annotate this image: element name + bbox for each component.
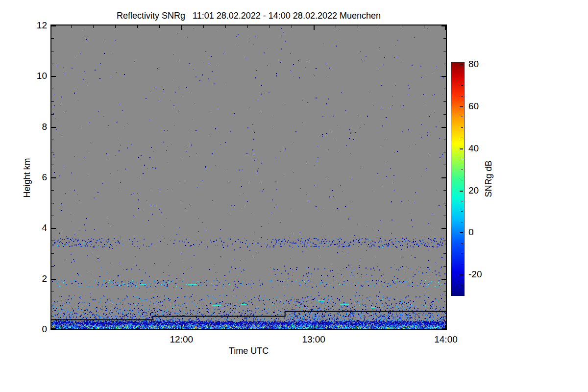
axis-tick xyxy=(358,25,358,28)
axis-tick xyxy=(443,140,446,140)
axis-tick xyxy=(71,25,72,28)
axis-tick xyxy=(336,327,336,329)
y-tick-label: 4 xyxy=(13,222,47,234)
axis-tick xyxy=(443,266,446,267)
axis-tick xyxy=(314,25,315,30)
colorbar-tick-label: 60 xyxy=(468,100,498,112)
axis-tick xyxy=(51,140,54,140)
x-tick-label: 12:00 xyxy=(159,334,203,345)
colorbar-tick xyxy=(461,170,463,170)
colorbar-tick xyxy=(460,232,463,233)
axis-tick xyxy=(51,328,56,329)
axis-tick xyxy=(424,327,424,329)
y-axis-label: Height km xyxy=(22,158,32,197)
axis-tick xyxy=(441,279,446,280)
axis-tick xyxy=(203,327,204,329)
colorbar-tick-label: 80 xyxy=(468,58,498,70)
x-tick-label: 13:00 xyxy=(292,334,336,345)
axis-tick xyxy=(443,114,446,115)
axis-tick xyxy=(93,25,94,28)
colorbar-tick-label: -20 xyxy=(468,269,498,280)
axis-tick xyxy=(247,25,248,28)
axis-tick xyxy=(247,327,248,329)
y-tick-label: 10 xyxy=(13,70,47,82)
axis-tick xyxy=(203,25,204,28)
x-tick-label: 14:00 xyxy=(424,334,468,345)
axis-tick xyxy=(443,152,446,152)
y-tick-label: 8 xyxy=(13,121,47,133)
axis-tick xyxy=(181,325,182,329)
axis-tick xyxy=(402,25,402,28)
chart-title: Reflectivity SNRg 11:01 28.02.2022 - 14:… xyxy=(51,11,446,21)
axis-tick xyxy=(336,25,336,28)
axis-tick xyxy=(51,228,56,229)
axis-tick xyxy=(358,327,358,329)
plot-canvas xyxy=(51,25,446,329)
axis-tick xyxy=(380,327,380,329)
axis-tick xyxy=(443,292,446,292)
colorbar-tick xyxy=(461,264,463,265)
axis-tick xyxy=(424,25,424,28)
axis-tick xyxy=(380,25,380,28)
axis-tick xyxy=(51,76,56,77)
axis-tick xyxy=(443,89,446,89)
axis-tick xyxy=(270,25,270,28)
colorbar-tick xyxy=(461,180,463,180)
axis-tick xyxy=(51,266,54,267)
axis-tick xyxy=(51,304,54,304)
axis-tick xyxy=(71,327,72,329)
axis-tick xyxy=(51,64,54,64)
axis-tick xyxy=(51,101,54,102)
colorbar-tick xyxy=(461,253,463,254)
x-axis-label: Time UTC xyxy=(51,346,446,356)
axis-tick xyxy=(443,64,446,64)
axis-tick xyxy=(51,127,56,128)
axis-tick xyxy=(314,325,315,329)
colorbar-tick xyxy=(461,201,463,201)
axis-tick xyxy=(441,127,446,128)
axis-tick xyxy=(51,190,54,191)
axis-tick xyxy=(443,51,446,51)
axis-tick xyxy=(225,327,226,329)
colorbar-tick xyxy=(461,211,463,212)
axis-tick xyxy=(51,241,54,241)
axis-tick xyxy=(51,38,54,39)
colorbar-tick xyxy=(461,75,463,75)
colorbar-tick xyxy=(460,64,463,65)
axis-tick xyxy=(181,25,182,30)
colorbar-label: SNRg dB xyxy=(484,160,494,197)
colorbar-tick xyxy=(460,106,463,107)
axis-tick xyxy=(51,279,56,280)
axis-tick xyxy=(443,241,446,241)
axis-tick xyxy=(443,317,446,317)
colorbar-tick xyxy=(461,85,463,86)
axis-tick xyxy=(441,177,446,178)
axis-tick xyxy=(93,327,94,329)
axis-tick xyxy=(159,327,160,329)
colorbar-tick-label: 40 xyxy=(468,143,498,154)
plot-frame xyxy=(50,24,447,330)
axis-tick xyxy=(159,25,160,28)
axis-tick xyxy=(51,317,54,317)
y-tick-label: 0 xyxy=(13,323,47,335)
axis-tick xyxy=(137,327,138,329)
axis-tick xyxy=(51,253,54,254)
axis-tick xyxy=(402,327,402,329)
axis-tick xyxy=(51,203,54,203)
axis-tick xyxy=(115,25,116,28)
axis-tick xyxy=(441,76,446,77)
colorbar-tick xyxy=(461,243,463,244)
axis-tick xyxy=(270,327,270,329)
axis-tick xyxy=(445,25,446,30)
colorbar-tick xyxy=(461,222,463,222)
colorbar-tick xyxy=(460,191,463,192)
axis-tick xyxy=(51,25,56,26)
axis-tick xyxy=(51,165,54,165)
axis-tick xyxy=(445,325,446,329)
axis-tick xyxy=(443,203,446,203)
axis-tick xyxy=(51,177,56,178)
colorbar-tick xyxy=(461,159,463,159)
colorbar-tick xyxy=(461,127,463,128)
axis-tick xyxy=(51,89,54,89)
axis-tick xyxy=(51,216,54,216)
